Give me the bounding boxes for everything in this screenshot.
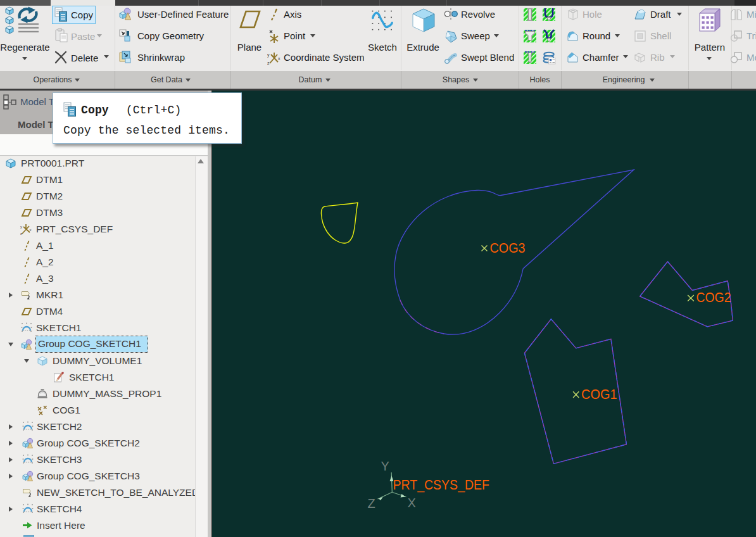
svg-text:COG2: COG2 xyxy=(696,290,731,305)
svg-text:COG3: COG3 xyxy=(490,241,526,256)
svg-text:y: y xyxy=(267,53,270,58)
svg-text:Z: Z xyxy=(368,496,375,510)
svg-text:Y: Y xyxy=(381,459,389,473)
svg-text:X: X xyxy=(408,496,416,510)
svg-text:x: x xyxy=(278,56,280,61)
svg-text:z: z xyxy=(267,61,270,65)
svg-text:COG1: COG1 xyxy=(581,387,617,402)
svg-text:PRT_CSYS_DEF: PRT_CSYS_DEF xyxy=(393,477,490,493)
